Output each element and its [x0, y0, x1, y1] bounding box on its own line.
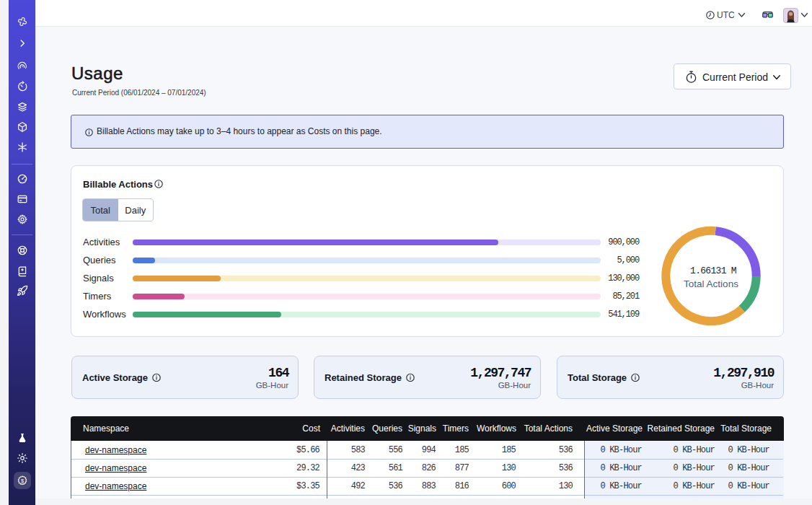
svg-text:$: $: [20, 478, 24, 484]
